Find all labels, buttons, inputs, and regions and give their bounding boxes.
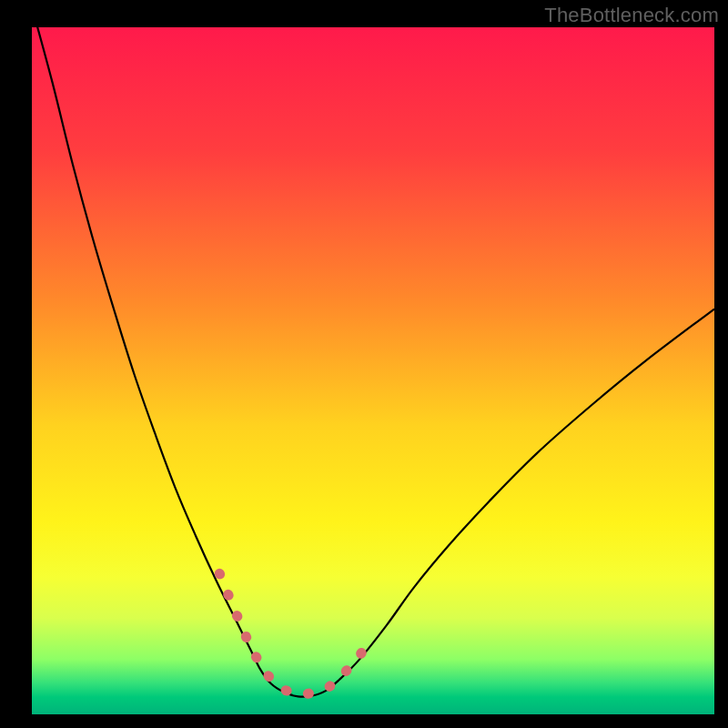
gradient-background <box>32 27 714 714</box>
chart-frame: TheBottleneck.com <box>0 0 728 728</box>
bottleneck-chart <box>0 0 728 728</box>
watermark-text: TheBottleneck.com <box>544 4 719 27</box>
